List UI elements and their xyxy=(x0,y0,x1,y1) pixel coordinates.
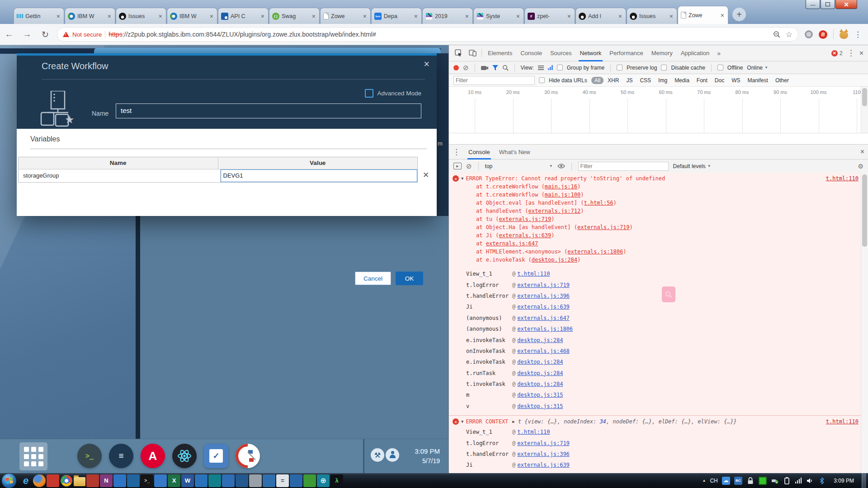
cat-extension-icon[interactable] xyxy=(840,31,848,39)
safely-remove-hardware-icon[interactable] xyxy=(771,477,779,485)
stack-source-link[interactable]: main.js:100 xyxy=(545,192,580,198)
waterfall-view-icon[interactable] xyxy=(548,65,553,70)
screenshot-camera-icon[interactable] xyxy=(481,65,488,70)
bookmark-star-icon[interactable]: ☆ xyxy=(786,30,793,39)
expander-triangle-icon[interactable]: ▼ xyxy=(461,419,463,424)
more-tabs-icon[interactable]: » xyxy=(713,50,724,57)
dialog-close-icon[interactable]: × xyxy=(424,58,429,70)
log-levels-dropdown[interactable]: Default levels ▼ xyxy=(673,163,711,169)
start-button[interactable] xyxy=(1,473,17,488)
variable-value-input[interactable]: DEVG1 xyxy=(221,169,418,182)
request-type-filter[interactable]: JS xyxy=(623,77,636,84)
browser-tab[interactable]: Add l × xyxy=(576,8,626,24)
browser-tab[interactable]: IBM W × xyxy=(167,8,217,24)
devtools-tab[interactable]: Application xyxy=(677,45,714,61)
language-indicator[interactable]: CH xyxy=(710,478,717,484)
browser-tab[interactable]: Issues × xyxy=(116,8,166,24)
devtools-close-icon[interactable]: × xyxy=(859,49,863,57)
ok-button[interactable]: OK xyxy=(396,272,423,285)
address-bar[interactable]: Not secure https://z2pub.pok.stglabs.ibm… xyxy=(57,27,798,42)
console-tab[interactable]: Console xyxy=(464,144,495,160)
request-type-filter[interactable]: All xyxy=(591,77,604,84)
frame-source-link[interactable]: externals.js:396 xyxy=(517,451,570,457)
offline-checkbox[interactable] xyxy=(717,65,723,70)
object-expander-icon[interactable]: ▶ xyxy=(512,419,514,424)
terminal-3270-app-icon[interactable]: >_ xyxy=(77,444,102,468)
taskbar-clock[interactable]: 3:09 PM xyxy=(834,478,854,484)
frame-source-link[interactable]: externals.js:647 xyxy=(517,315,570,321)
browser-tab[interactable]: 2019 × xyxy=(422,8,473,24)
advanced-mode-toggle[interactable]: Advanced Mode xyxy=(365,89,421,98)
request-type-filter[interactable]: Doc xyxy=(712,77,727,84)
request-type-filter[interactable]: Img xyxy=(655,77,670,84)
stack-source-link[interactable]: main.js:16 xyxy=(545,183,577,190)
request-type-filter[interactable]: Other xyxy=(772,77,792,84)
javascript-context-dropdown[interactable]: top ▼ xyxy=(485,163,553,169)
blue-app-icon[interactable] xyxy=(113,474,126,487)
blue-app-icon[interactable] xyxy=(154,474,167,487)
user-account-icon[interactable] xyxy=(386,448,399,462)
request-type-filter[interactable]: Manifest xyxy=(745,77,771,84)
stack-source-link[interactable]: externals.js:719 xyxy=(499,216,552,222)
devtools-tab[interactable]: Elements xyxy=(484,45,516,61)
browser-tab[interactable]: zpet- × xyxy=(524,8,575,24)
devtools-menu-icon[interactable]: ⋮ xyxy=(847,48,855,58)
frame-source-link[interactable]: desktop.js:284 xyxy=(517,370,563,376)
close-button[interactable]: ✕ xyxy=(835,0,857,9)
blue-app-icon[interactable] xyxy=(236,474,248,487)
request-type-filter[interactable]: Media xyxy=(671,77,693,84)
signal-strength-icon[interactable] xyxy=(795,478,802,483)
lock-icon[interactable] xyxy=(746,477,755,485)
word-icon[interactable]: W xyxy=(181,474,194,487)
zoom-out-icon[interactable] xyxy=(773,31,780,38)
console-sidebar-icon[interactable]: ▶ xyxy=(453,163,462,169)
stack-source-link[interactable]: t.html:56 xyxy=(584,200,613,206)
delete-row-icon[interactable]: ✕ xyxy=(423,170,429,180)
clear-console-icon[interactable]: ⊘ xyxy=(466,163,472,169)
clear-icon[interactable]: ⊘ xyxy=(463,64,469,71)
bluetooth-icon[interactable] xyxy=(818,477,826,485)
bc-app-icon[interactable]: BC xyxy=(734,477,742,485)
network-monitor-icon[interactable] xyxy=(759,477,767,485)
tab-close-icon[interactable]: × xyxy=(209,13,214,19)
browser-tab[interactable]: Depa × xyxy=(371,8,422,24)
search-icon[interactable] xyxy=(502,65,509,71)
cmd-icon[interactable]: >_ xyxy=(141,474,153,487)
angular-app-icon[interactable]: A xyxy=(141,444,165,468)
inspect-element-icon[interactable] xyxy=(455,49,462,57)
frame-source-link[interactable]: externals.js:639 xyxy=(517,462,570,468)
source-link[interactable]: t.html:110 xyxy=(826,418,859,425)
frame-source-link[interactable]: desktop.js:315 xyxy=(517,392,563,398)
device-toolbar-icon[interactable] xyxy=(469,50,476,56)
media-red-icon[interactable] xyxy=(47,474,59,487)
frame-source-link[interactable]: desktop.js:284 xyxy=(517,359,563,365)
tab-close-icon[interactable]: × xyxy=(56,13,61,19)
browser-tab[interactable]: Gettin × xyxy=(14,8,64,24)
internet-explorer-icon[interactable]: e xyxy=(19,474,32,487)
back-button[interactable]: ← xyxy=(0,29,18,39)
group-by-frame-checkbox[interactable] xyxy=(557,65,563,70)
tab-close-icon[interactable]: × xyxy=(311,13,316,19)
cancel-button[interactable]: Cancel xyxy=(355,272,391,285)
tab-close-icon[interactable]: × xyxy=(669,13,674,19)
frame-source-link[interactable]: externals.js:639 xyxy=(517,304,570,310)
frame-source-link[interactable]: externals.js:396 xyxy=(517,293,570,299)
onenote-icon[interactable]: N xyxy=(100,474,113,487)
settings-tools-icon[interactable]: ⚒ xyxy=(371,448,384,462)
blue-app-icon[interactable] xyxy=(127,474,140,487)
whats-new-tab[interactable]: What's New xyxy=(495,144,535,160)
app-launcher-grid-icon[interactable] xyxy=(19,442,47,470)
browser-menu-icon[interactable]: ⋮ xyxy=(854,30,862,39)
calculator-icon[interactable]: = xyxy=(276,474,289,487)
tab-close-icon[interactable]: × xyxy=(618,13,623,19)
volume-icon[interactable] xyxy=(806,477,814,485)
workflow-app-icon[interactable] xyxy=(236,444,260,468)
error-count-badge[interactable]: ✕ 2 xyxy=(831,50,843,56)
console-scrollbar[interactable] xyxy=(861,173,868,473)
live-expression-eye-icon[interactable] xyxy=(557,164,565,169)
chrome-icon[interactable] xyxy=(61,475,72,486)
browser-tab[interactable]: API C × xyxy=(218,8,269,24)
new-tab-button[interactable]: + xyxy=(732,8,746,21)
stack-source-link[interactable]: desktop.js:284 xyxy=(532,257,577,263)
frame-source-link[interactable]: t.html:110 xyxy=(517,271,550,277)
